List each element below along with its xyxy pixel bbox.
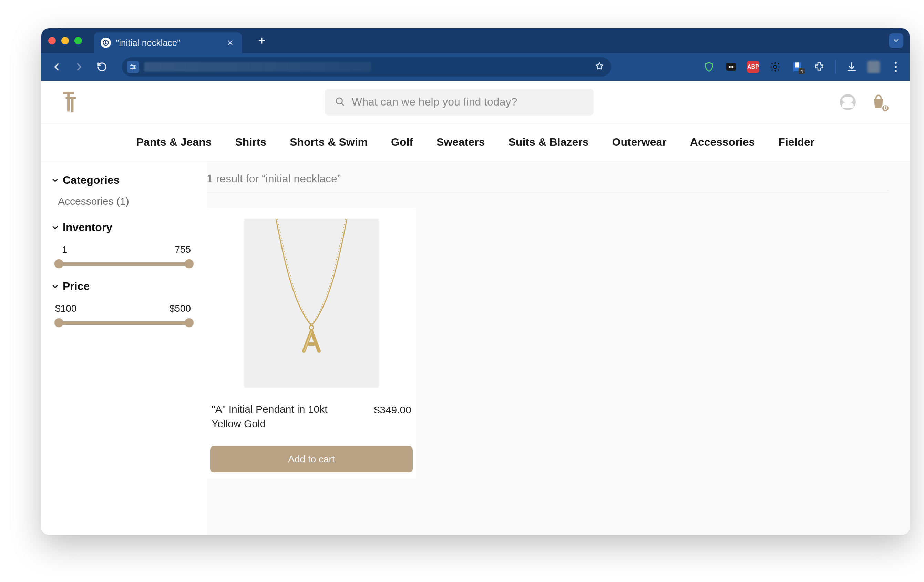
page-content: 0 Pants & Jeans Shirts Shorts & Swim Gol… xyxy=(41,81,909,535)
product-title: "A" Initial Pendant in 10kt Yellow Gold xyxy=(211,402,342,431)
toolbar-divider xyxy=(835,60,836,74)
search-results: 1 result for “initial necklace” xyxy=(207,161,909,535)
product-image xyxy=(244,218,379,387)
extension-eyes-icon[interactable] xyxy=(725,61,737,73)
facet-title: Price xyxy=(63,280,89,293)
browser-window: "initial necklace" xyxy=(41,28,909,535)
price-min-label: $100 xyxy=(55,303,76,314)
svg-point-6 xyxy=(731,66,733,68)
svg-rect-10 xyxy=(66,96,76,99)
forward-button[interactable] xyxy=(72,59,87,74)
product-card[interactable]: "A" Initial Pendant in 10kt Yellow Gold … xyxy=(207,208,416,479)
extension-badge-count: 4 xyxy=(799,68,805,74)
window-close-button[interactable] xyxy=(48,37,56,45)
url-text-blurred xyxy=(144,62,371,72)
nav-item[interactable]: Sweaters xyxy=(436,133,486,151)
nav-item[interactable]: Suits & Blazers xyxy=(508,133,589,151)
filters-sidebar: Categories Accessories (1) Inventory 1 xyxy=(41,161,207,535)
tabs-dropdown-button[interactable] xyxy=(889,33,903,48)
facet-price: Price $100 $500 xyxy=(51,280,197,325)
site-logo[interactable] xyxy=(61,90,79,114)
chevron-down-icon xyxy=(51,223,59,232)
facet-inventory-toggle[interactable]: Inventory xyxy=(51,221,197,234)
nav-item[interactable]: Pants & Jeans xyxy=(136,133,213,151)
chevron-down-icon xyxy=(51,176,59,184)
browser-menu-button[interactable] xyxy=(889,61,902,73)
cart-badge: 0 xyxy=(881,104,889,112)
nav-item[interactable]: Shorts & Swim xyxy=(289,133,368,151)
facet-categories: Categories Accessories (1) xyxy=(51,174,197,207)
title-bar: "initial necklace" xyxy=(41,28,909,53)
product-price: $349.00 xyxy=(374,404,411,416)
extension-gear-icon[interactable] xyxy=(769,61,781,73)
address-bar[interactable] xyxy=(122,57,611,76)
cart-icon[interactable]: 0 xyxy=(870,93,888,111)
svg-rect-4 xyxy=(726,63,736,71)
facet-title: Inventory xyxy=(63,221,112,234)
extension-shield-icon[interactable] xyxy=(703,61,715,73)
account-icon[interactable] xyxy=(840,94,856,110)
tab-favicon xyxy=(101,38,111,48)
back-button[interactable] xyxy=(49,59,64,74)
inventory-range-slider[interactable] xyxy=(55,260,193,266)
inventory-min-label: 1 xyxy=(62,244,68,255)
chevron-down-icon xyxy=(51,283,59,291)
facet-price-toggle[interactable]: Price xyxy=(51,280,197,293)
window-minimize-button[interactable] xyxy=(61,37,69,45)
reload-button[interactable] xyxy=(94,59,110,74)
extension-abp-label: ABP xyxy=(747,64,759,70)
results-heading: 1 result for “initial necklace” xyxy=(207,172,889,192)
price-max-label: $500 xyxy=(170,303,191,314)
site-settings-icon[interactable] xyxy=(127,61,139,73)
facet-title: Categories xyxy=(63,174,120,187)
nav-item[interactable]: Accessories xyxy=(690,133,756,151)
search-icon xyxy=(335,96,345,108)
extension-abp-icon[interactable]: ABP xyxy=(747,61,759,73)
extensions-row: ABP 4 xyxy=(703,60,902,74)
profile-avatar[interactable] xyxy=(868,61,880,73)
window-zoom-button[interactable] xyxy=(74,37,82,45)
svg-point-5 xyxy=(729,66,731,68)
nav-item[interactable]: Outerwear xyxy=(611,133,667,151)
tab-close-button[interactable] xyxy=(225,38,235,48)
svg-point-1 xyxy=(131,65,133,66)
site-search[interactable] xyxy=(325,89,594,116)
svg-rect-11 xyxy=(71,96,74,112)
extension-badge-icon[interactable]: 4 xyxy=(791,61,804,73)
inventory-thumb-max[interactable] xyxy=(185,259,194,268)
facet-categories-toggle[interactable]: Categories xyxy=(51,174,197,187)
price-thumb-min[interactable] xyxy=(54,318,63,327)
nav-item[interactable]: Shirts xyxy=(234,133,267,151)
inventory-thumb-min[interactable] xyxy=(54,259,63,268)
svg-rect-13 xyxy=(244,218,379,387)
nav-item[interactable]: Golf xyxy=(390,133,414,151)
nav-item[interactable]: Fielder xyxy=(777,133,815,151)
svg-point-3 xyxy=(132,68,133,69)
svg-point-2 xyxy=(134,66,135,68)
inventory-max-label: 755 xyxy=(175,244,191,255)
facet-category-item[interactable]: Accessories (1) xyxy=(58,195,197,207)
facet-inventory: Inventory 1 755 xyxy=(51,221,197,266)
price-range-slider[interactable] xyxy=(55,319,193,325)
site-search-input[interactable] xyxy=(352,96,584,108)
svg-point-7 xyxy=(774,66,777,69)
price-thumb-max[interactable] xyxy=(185,318,194,327)
browser-toolbar: ABP 4 xyxy=(41,53,909,81)
extensions-puzzle-icon[interactable] xyxy=(813,61,825,73)
bookmark-star-icon[interactable] xyxy=(595,61,604,73)
tab-title: "initial necklace" xyxy=(116,38,180,48)
window-controls xyxy=(48,37,82,45)
downloads-icon[interactable] xyxy=(845,61,858,73)
primary-nav: Pants & Jeans Shirts Shorts & Swim Golf … xyxy=(41,124,909,161)
new-tab-button[interactable] xyxy=(254,32,270,49)
add-to-cart-button[interactable]: Add to cart xyxy=(210,446,413,472)
site-header: 0 xyxy=(41,81,909,124)
svg-rect-9 xyxy=(67,92,69,111)
browser-tab[interactable]: "initial necklace" xyxy=(94,32,242,53)
